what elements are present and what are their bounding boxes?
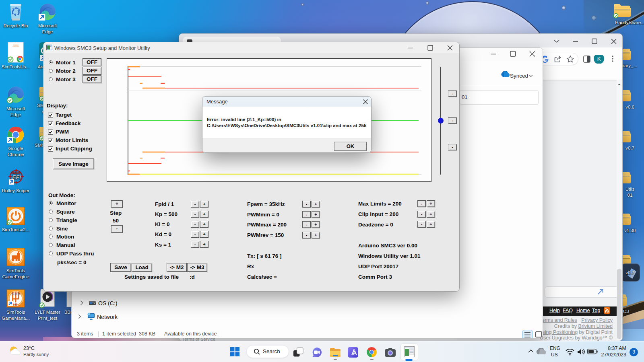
- svg-text:5: 5: [18, 292, 19, 295]
- svg-text:3: 3: [15, 292, 17, 295]
- svg-text:1: 1: [12, 292, 13, 295]
- svg-text:K: K: [597, 56, 601, 62]
